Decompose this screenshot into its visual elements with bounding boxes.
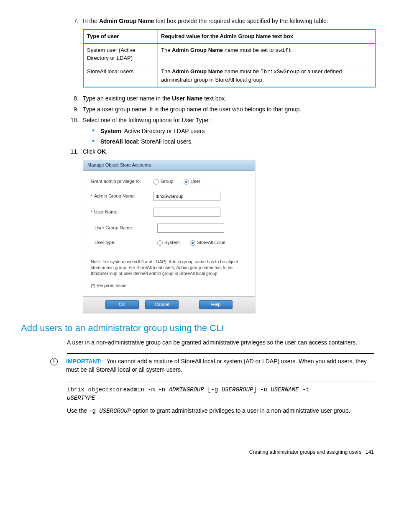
radio-icon bbox=[190, 240, 195, 246]
col-required: Required value for the Admin Group Name … bbox=[158, 30, 376, 44]
radio-system[interactable]: System bbox=[157, 239, 180, 246]
step-9: 9. Type a user group name. It is the gro… bbox=[33, 105, 374, 113]
radio-icon bbox=[157, 240, 163, 246]
radio-icon bbox=[153, 179, 159, 185]
table-row: StoreAll local users The Admin Group Nam… bbox=[83, 65, 375, 87]
page-footer: Creating administrator groups and assign… bbox=[33, 449, 374, 456]
section-heading: Add users to an administrator group usin… bbox=[21, 321, 374, 335]
step-8: 8. Type an existing user name in the Use… bbox=[33, 94, 374, 103]
step-text: In the Admin Group Name text box provide… bbox=[83, 17, 374, 25]
grant-label: Grant admin privilege to: bbox=[91, 178, 153, 185]
usergroup-label: User Group Name: bbox=[91, 225, 157, 231]
cancel-button[interactable]: Cancel bbox=[145, 300, 179, 309]
step-number: 7. bbox=[67, 17, 83, 25]
username-input[interactable] bbox=[153, 208, 220, 217]
col-type: Type of user bbox=[83, 30, 158, 44]
important-note: ! IMPORTANT: You cannot add a mixture of… bbox=[33, 357, 374, 374]
bullet-system: • System: Active Directory or LDAP users bbox=[33, 127, 374, 135]
admin-group-table: Type of user Required value for the Admi… bbox=[83, 29, 376, 87]
section-paragraph: A user in a non-administrative group can… bbox=[33, 338, 374, 347]
step-7: 7. In the Admin Group Name text box prov… bbox=[33, 17, 374, 25]
ok-button[interactable]: OK bbox=[105, 300, 139, 309]
dialog-title: Manage Object Store Accounts bbox=[83, 160, 255, 171]
bullet-icon: • bbox=[92, 137, 100, 146]
important-label: IMPORTANT: bbox=[66, 358, 102, 365]
usergroup-input[interactable] bbox=[157, 224, 224, 233]
radio-icon bbox=[184, 179, 189, 185]
bullet-icon: • bbox=[92, 127, 100, 135]
usage-paragraph: Use the -g USERGROUP option to grant adm… bbox=[33, 406, 374, 415]
command-block: ibrix_objectstoreadmin -m -n ADMINGROUP … bbox=[33, 386, 374, 403]
usertype-label: User type: bbox=[91, 239, 157, 246]
important-icon: ! bbox=[50, 358, 58, 365]
divider bbox=[67, 353, 374, 354]
radio-group[interactable]: Group bbox=[153, 178, 174, 185]
admin-group-input[interactable] bbox=[153, 192, 220, 201]
dialog-note: Note: For system users(AD and LDAP), Adm… bbox=[91, 259, 247, 277]
required-indicator: (*) Required Value bbox=[91, 283, 247, 289]
help-button[interactable]: Help bbox=[199, 300, 233, 309]
radio-storeall-local[interactable]: StoreAll Local bbox=[190, 239, 225, 246]
dialog-button-bar: OK Cancel Help bbox=[83, 296, 255, 313]
bullet-storeall: • StoreAll local: StoreAll local users. bbox=[33, 137, 374, 146]
admin-group-label: Admin Group Name bbox=[91, 193, 153, 200]
username-label: User Name: bbox=[91, 209, 153, 216]
divider bbox=[67, 381, 374, 381]
radio-user[interactable]: User bbox=[184, 178, 200, 185]
step-11: 11. Click OK. bbox=[33, 147, 374, 156]
table-row: System user (Active Directory or LDAP) T… bbox=[83, 44, 375, 65]
manage-accounts-dialog: Manage Object Store Accounts Grant admin… bbox=[83, 160, 255, 313]
step-10: 10. Select one of the following options … bbox=[33, 116, 374, 124]
